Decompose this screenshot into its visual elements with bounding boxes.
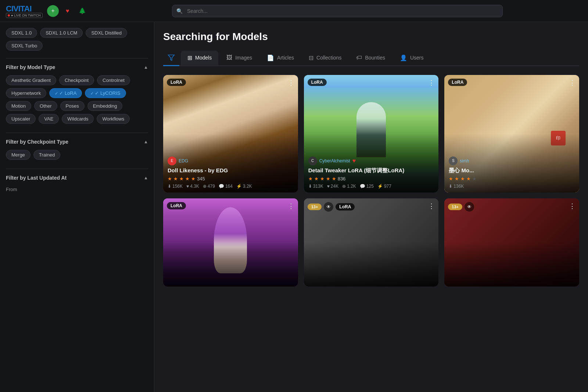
- filter-tab-icon[interactable]: [163, 50, 179, 66]
- filter-checkpoint-type-section: Filter by Checkpoint Type ▲ Merge Traine…: [6, 133, 148, 160]
- chip-checkpoint[interactable]: Checkpoint: [59, 75, 94, 85]
- page-title: Searching for Models: [163, 31, 579, 43]
- chip-hypernetwork[interactable]: Hypernetwork: [6, 88, 46, 98]
- pill-sdxl-distilled[interactable]: SDXL Distilled: [86, 28, 127, 38]
- card-1-buzz: ⚡ 3.2K: [236, 184, 252, 189]
- tab-articles[interactable]: 📄 Articles: [260, 51, 301, 65]
- search-bar: 🔍: [172, 5, 503, 17]
- card-1-avatar: E: [168, 157, 176, 165]
- model-card-2[interactable]: LoRA ⋮ C CyberAlchemist ♥ Detail Tweaker…: [304, 75, 439, 193]
- search-input[interactable]: [172, 5, 503, 17]
- card-5-age-row: 13+ 👁 LoRA: [308, 202, 355, 212]
- card-5-badge: LoRA: [336, 203, 355, 211]
- card-1-remixes: ⊕ 479: [203, 184, 215, 189]
- chip-embedding[interactable]: Embedding: [87, 101, 123, 111]
- chip-lycoris[interactable]: ✓ LyCORIS: [85, 88, 126, 98]
- filter-last-updated-title: Filter by Last Updated At: [6, 175, 67, 181]
- models-tab-icon: ⊞: [187, 54, 192, 61]
- chip-other[interactable]: Other: [34, 101, 57, 111]
- model-card-1[interactable]: LoRA ⋮ E EDG Doll Likeness - by EDG ★ ★ …: [163, 75, 298, 193]
- header: CIVITAI ● LIVE ON TWITCH ＋ ♥ 🌲 🔍: [0, 0, 588, 22]
- filter-checkpoint-type-header[interactable]: Filter by Checkpoint Type ▲: [6, 139, 148, 145]
- tab-users[interactable]: 👤 Users: [393, 51, 430, 65]
- card-1-menu[interactable]: ⋮: [288, 79, 294, 87]
- card-2-comments: 💬 125: [360, 184, 374, 189]
- chevron-up-icon-checkpoint: ▲: [144, 139, 148, 144]
- tab-images-label: Images: [235, 55, 252, 61]
- model-card-4[interactable]: LoRA ⋮: [163, 198, 298, 287]
- card-3-creator: simh: [460, 158, 469, 163]
- card-1-title: Doll Likeness - by EDG: [168, 167, 294, 174]
- card-3-avatar: S: [449, 157, 458, 165]
- model-card-5[interactable]: 13+ 👁 LoRA ⋮: [304, 198, 439, 287]
- chevron-up-icon: ▲: [144, 65, 148, 70]
- chip-merge[interactable]: Merge: [6, 150, 31, 160]
- filter-last-updated-header[interactable]: Filter by Last Updated At ▲: [6, 175, 148, 181]
- card-2-stars: ★ ★ ★ ★ ★ 836: [308, 176, 434, 181]
- pill-sdxl10lcm[interactable]: SDXL 1.0 LCM: [40, 28, 83, 38]
- card-6-age-row: 13+ 👁: [448, 202, 474, 212]
- card-1-stats: ⬇ 156K ♥ 4.3K ⊕ 479 💬 164 ⚡ 3.2K: [168, 184, 294, 189]
- chip-motion[interactable]: Motion: [6, 101, 31, 111]
- filter-checkpoint-type-title: Filter by Checkpoint Type: [6, 139, 68, 145]
- tab-bar: ⊞ Models 🖼 Images 📄 Articles ⊟ Collectio…: [163, 50, 579, 66]
- card-1-badge: LoRA: [167, 79, 186, 86]
- chip-poses[interactable]: Poses: [60, 101, 85, 111]
- chip-wildcards[interactable]: Wildcards: [62, 114, 94, 124]
- chip-workflows[interactable]: Workflows: [97, 114, 130, 124]
- chip-aesthetic-gradient[interactable]: Aesthetic Gradient: [6, 75, 56, 85]
- pill-sdxl10[interactable]: SDXL 1.0: [6, 28, 37, 38]
- add-button[interactable]: ＋: [47, 5, 59, 17]
- card-3-downloads: ⬇ 136K: [449, 184, 464, 189]
- tab-collections[interactable]: ⊟ Collections: [302, 51, 348, 65]
- logo-accent: AI: [24, 4, 32, 13]
- logo[interactable]: CIVITAI: [6, 4, 32, 14]
- version-pills: SDXL 1.0 SDXL 1.0 LCM SDXL Distilled SDX…: [6, 28, 148, 51]
- star-5: ★: [191, 176, 196, 181]
- model-card-6[interactable]: 13+ 👁 ⋮: [444, 198, 579, 287]
- card-2-rating: 836: [338, 176, 346, 181]
- card-3-title: 墨心 Mo...: [449, 167, 575, 174]
- card-1-rating: 345: [197, 176, 205, 181]
- pill-sdxl-turbo[interactable]: SDXL Turbo: [6, 41, 43, 51]
- header-icons: ＋ ♥ 🌲: [47, 5, 88, 17]
- card-2-creator: CyberAlchemist: [319, 158, 350, 163]
- star-3: ★: [179, 176, 184, 181]
- card-2-avatar: C: [308, 157, 317, 165]
- tab-articles-label: Articles: [277, 55, 294, 61]
- chip-upscaler[interactable]: Upscaler: [6, 114, 36, 124]
- card-2-badge: LoRA: [308, 79, 327, 86]
- chip-lora[interactable]: ✓ LoRA: [49, 88, 82, 98]
- model-card-3[interactable]: 印 LoRA ⋮ S simh 墨心 Mo... ★ ★ ★: [444, 75, 579, 193]
- chip-vae[interactable]: VAE: [39, 114, 59, 124]
- filter-model-type-options: Aesthetic Gradient Checkpoint Controlnet…: [6, 75, 148, 124]
- card-3-menu[interactable]: ⋮: [569, 79, 576, 87]
- card-4-menu[interactable]: ⋮: [288, 202, 294, 210]
- card-6-menu[interactable]: ⋮: [569, 202, 576, 210]
- star-1: ★: [168, 176, 172, 181]
- tab-images[interactable]: 🖼 Images: [220, 51, 259, 65]
- card-3-badge: LoRA: [448, 79, 467, 86]
- filter-model-type-header[interactable]: Filter by Model Type ▲: [6, 64, 148, 70]
- card-1-stars: ★ ★ ★ ★ ★ 345: [168, 176, 294, 181]
- logo-area: CIVITAI ● LIVE ON TWITCH: [6, 4, 43, 18]
- heart-button[interactable]: ♥: [62, 5, 74, 17]
- card-2-buzz: ⚡ 977: [377, 184, 391, 189]
- card-3-stats: ⬇ 136K: [449, 184, 575, 189]
- articles-tab-icon: 📄: [267, 54, 274, 61]
- tab-bounties[interactable]: 🏷 Bounties: [349, 51, 391, 65]
- card-2-downloads: ⬇ 313K: [308, 184, 323, 189]
- star-2: ★: [173, 176, 178, 181]
- card-2-menu[interactable]: ⋮: [428, 79, 435, 87]
- card-2-heart: ♥: [352, 158, 356, 164]
- tree-button[interactable]: 🌲: [76, 5, 88, 17]
- card-1-comments: 💬 164: [219, 184, 233, 189]
- live-badge: ● LIVE ON TWITCH: [6, 13, 43, 18]
- chevron-up-icon-updated: ▲: [144, 175, 148, 180]
- card-5-menu[interactable]: ⋮: [428, 202, 435, 210]
- chip-controlnet[interactable]: Controlnet: [97, 75, 130, 85]
- card-5-age-badge: 13+: [308, 204, 322, 210]
- tab-models[interactable]: ⊞ Models: [181, 51, 218, 65]
- chip-trained[interactable]: Trained: [33, 150, 61, 160]
- main-content: Searching for Models ⊞ Models 🖼 Images 📄…: [154, 22, 588, 392]
